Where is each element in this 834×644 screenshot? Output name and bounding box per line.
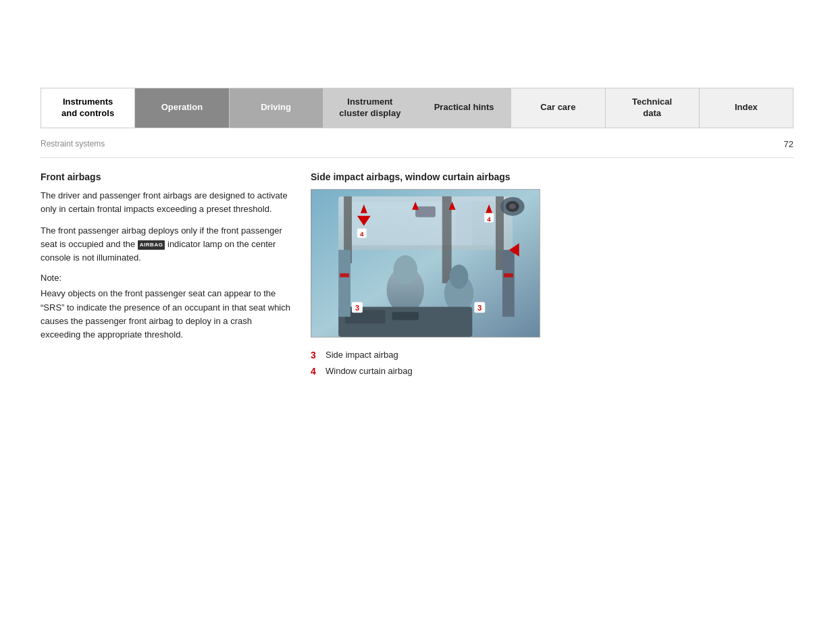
svg-point-8 [393,255,417,285]
breadcrumb: Restraint systems [41,139,105,149]
front-airbags-para1: The driver and passenger front airbags a… [41,189,290,216]
legend-number-4: 4 [311,366,320,377]
two-column-layout: Front airbags The driver and passenger f… [41,171,793,382]
nav-item-instruments[interactable]: Instruments and controls [41,88,135,128]
svg-rect-17 [504,273,513,277]
nav-item-operation[interactable]: Operation [135,88,229,128]
svg-text:4: 4 [360,230,364,238]
page-header: Restraint systems 72 [41,134,793,158]
svg-rect-12 [345,310,385,323]
page-content: Restraint systems 72 Front airbags The d… [41,128,793,382]
nav-item-index[interactable]: Index [700,88,793,128]
svg-point-10 [450,265,469,289]
front-airbags-heading: Front airbags [41,171,290,182]
legend-number-3: 3 [311,350,320,360]
nav-item-practical-hints[interactable]: Practical hints [417,88,511,128]
svg-rect-13 [392,312,419,320]
svg-rect-16 [502,250,515,317]
note-label: Note: [41,273,290,283]
nav-item-car-care[interactable]: Car care [511,88,605,128]
navigation-bar: Instruments and controls Operation Drivi… [41,88,793,128]
nav-item-driving[interactable]: Driving [230,88,323,128]
legend-text-3: Side impact airbag [325,350,398,360]
front-airbags-note: Heavy objects on the front passenger sea… [41,287,290,342]
svg-rect-18 [415,207,436,217]
page-number: 72 [784,139,793,149]
svg-rect-15 [340,273,349,277]
front-airbags-para2: The front passenger airbag deploys only … [41,224,290,265]
svg-text:3: 3 [355,304,359,312]
svg-text:4: 4 [487,215,491,222]
nav-item-instrument-cluster[interactable]: Instrument cluster display [323,88,417,128]
side-airbags-heading: Side impact airbags, window curtain airb… [311,171,793,182]
legend-text-4: Window curtain airbag [325,366,413,376]
left-column: Front airbags The driver and passenger f… [41,171,290,382]
legend-item-4: 4 Window curtain airbag [311,366,793,377]
airbag-badge: AIRBAG [138,240,165,250]
right-column: Side impact airbags, window curtain airb… [311,171,793,382]
car-interior-image: 3 3 4 [311,189,540,338]
legend-item-3: 3 Side impact airbag [311,350,793,360]
car-interior-svg: 3 3 4 [311,190,540,337]
svg-point-35 [509,204,516,209]
nav-item-technical-data[interactable]: Technical data [606,88,700,128]
svg-rect-14 [338,250,350,317]
svg-text:3: 3 [477,304,481,312]
